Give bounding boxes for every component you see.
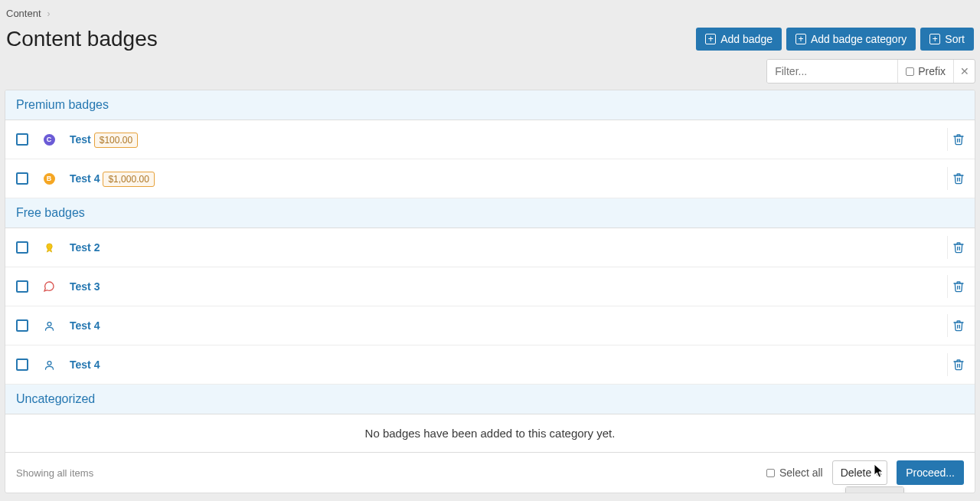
plus-icon: +	[705, 34, 716, 44]
category-header[interactable]: Free badges	[5, 198, 975, 228]
dropdown-item[interactable]: Delete	[846, 487, 903, 493]
badge-name: Test 4	[70, 319, 100, 332]
action-select-value: Delete	[841, 467, 871, 479]
row-checkbox[interactable]	[16, 359, 28, 371]
delete-button[interactable]	[947, 128, 975, 151]
badge-link[interactable]: Test$100.00	[70, 133, 138, 146]
add-category-label: Add badge category	[811, 33, 906, 45]
badge-link[interactable]: Test 3	[70, 280, 100, 293]
badge-name: Test 3	[70, 280, 100, 293]
badge-link[interactable]: Test 4$1,000.00	[70, 172, 155, 185]
delete-button[interactable]	[947, 236, 975, 259]
prefix-label: Prefix	[918, 65, 946, 77]
badge-icon	[42, 319, 56, 332]
checkbox-icon	[766, 469, 775, 477]
price-tag: $100.00	[94, 133, 138, 148]
add-badge-label: Add badge	[720, 33, 773, 45]
badge-icon: B	[42, 172, 56, 185]
row-checkbox[interactable]	[16, 241, 28, 254]
category-header[interactable]: Premium badges	[5, 90, 975, 120]
trash-icon	[952, 319, 965, 332]
filter-clear-button[interactable]: ✕	[953, 60, 975, 83]
row-checkbox[interactable]	[16, 172, 28, 185]
breadcrumb-item[interactable]: Content	[6, 8, 41, 19]
empty-message: No badges have been added to this catego…	[5, 414, 975, 453]
page-title: Content badges	[6, 27, 158, 51]
badge-link[interactable]: Test 2	[70, 241, 100, 254]
category-header[interactable]: Uncategorized	[5, 385, 975, 414]
action-dropdown: DeleteDisableEnable	[845, 486, 904, 493]
badge-icon	[42, 358, 56, 372]
badge-row: Test 3	[5, 267, 975, 306]
badge-name: Test	[70, 133, 91, 146]
badge-name: Test 4	[70, 359, 100, 371]
badge-name: Test 4	[70, 172, 100, 185]
close-icon: ✕	[960, 65, 969, 77]
badge-icon	[42, 280, 56, 293]
badge-row: CTest$100.00	[5, 120, 975, 159]
add-badge-category-button[interactable]: + Add badge category	[786, 28, 916, 51]
price-tag: $1,000.00	[103, 172, 154, 187]
badge-link[interactable]: Test 4	[70, 358, 100, 372]
add-badge-button[interactable]: + Add badge	[696, 28, 782, 51]
svg-point-1	[47, 322, 51, 326]
delete-button[interactable]	[947, 353, 975, 376]
delete-button[interactable]	[947, 314, 975, 337]
select-all-toggle[interactable]: Select all	[766, 467, 823, 479]
trash-icon	[952, 241, 965, 254]
trash-icon	[952, 172, 965, 185]
footer-status: Showing all items	[16, 467, 757, 479]
row-checkbox[interactable]	[16, 280, 28, 293]
filter-box: Prefix ✕	[766, 59, 975, 84]
badge-link[interactable]: Test 4	[70, 319, 100, 332]
row-checkbox[interactable]	[16, 133, 28, 146]
bulk-action-select[interactable]: Delete⇅	[832, 460, 887, 485]
plus-icon: +	[795, 34, 806, 44]
badge-row: Test 2	[5, 228, 975, 267]
badge-name: Test 2	[70, 241, 100, 254]
checkbox-icon	[906, 67, 914, 76]
delete-button[interactable]	[947, 167, 975, 190]
proceed-button[interactable]: Proceed...	[897, 460, 964, 485]
badge-icon	[42, 241, 56, 254]
sort-label: Sort	[945, 33, 965, 45]
select-all-label: Select all	[779, 467, 823, 479]
svg-point-2	[47, 361, 51, 365]
trash-icon	[952, 133, 965, 146]
filter-input[interactable]	[767, 60, 897, 83]
badge-row: BTest 4$1,000.00	[5, 159, 975, 198]
badge-row: Test 4	[5, 345, 975, 385]
svg-point-0	[46, 243, 52, 249]
chevron-right-icon: ›	[47, 8, 51, 19]
badge-row: Test 4	[5, 306, 975, 345]
breadcrumb: Content ›	[5, 5, 975, 27]
updown-icon: ⇅	[875, 468, 882, 478]
sort-button[interactable]: + Sort	[920, 28, 974, 51]
badges-panel: Premium badgesCTest$100.00BTest 4$1,000.…	[5, 90, 975, 493]
trash-icon	[952, 280, 965, 293]
plus-icon: +	[929, 34, 940, 44]
trash-icon	[952, 359, 965, 371]
prefix-toggle[interactable]: Prefix	[897, 60, 953, 83]
row-checkbox[interactable]	[16, 319, 28, 332]
badge-icon: C	[42, 133, 56, 146]
delete-button[interactable]	[947, 275, 975, 298]
